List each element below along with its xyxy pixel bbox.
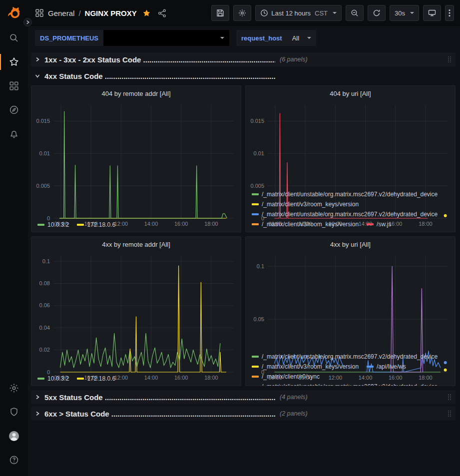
chart-svg: 08:0010:0012:0014:0016:0018:0000.020.040… [31,252,241,382]
bell-icon [9,129,19,139]
row-drag-handle[interactable] [448,410,452,417]
dashboard-title[interactable]: NGINX PROXY [85,9,137,17]
refresh-button[interactable] [368,5,386,21]
sidebar-item-dashboards[interactable] [0,74,28,98]
legend-item[interactable]: /_matrix/client/unstable/org.matrix.msc2… [252,382,438,386]
legend-item[interactable]: /_matrix/client/v3/room_keys/version [252,219,359,229]
shield-icon [9,407,19,417]
sidebar-item-search[interactable] [0,26,28,50]
kebab-icon [449,9,451,17]
refresh-interval-picker[interactable]: 30s [390,5,419,21]
breadcrumb-folder[interactable]: General [48,9,74,17]
legend: /_matrix/client/unstable/org.matrix.msc2… [246,351,455,386]
legend-label: /_matrix/client/v3/room_keys/version [262,219,359,229]
legend-label: 10.0.3.2 [47,220,69,230]
clock-icon [260,9,268,17]
row-title: 4xx Status Code ........................… [44,72,275,80]
legend-item[interactable]: /_matrix/client/v3/room_keys/version [252,362,359,372]
panel-title[interactable]: 404 by uri [All] [246,86,455,101]
panel-grid: 404 by remote addr [All] 08:0010:0012:00… [31,85,456,386]
legend-swatch [252,223,259,225]
kebab-menu-button[interactable] [445,5,454,21]
row-header-4xx[interactable]: 4xx Status Code ........................… [31,69,456,83]
svg-text:0.08: 0.08 [39,280,50,286]
refresh-interval-label: 30s [395,9,405,17]
svg-text:0.06: 0.06 [39,302,50,308]
favorite-star-button[interactable] [141,8,152,18]
legend-item[interactable]: /sw.js [367,219,391,229]
save-dashboard-button[interactable] [211,5,229,21]
svg-text:0.1: 0.1 [42,258,50,264]
legend-item[interactable]: 172.18.0.6 [77,220,115,230]
sidebar-item-configuration[interactable] [0,376,28,400]
legend-swatch [77,378,84,380]
sidebar-item-help[interactable] [0,448,28,472]
sidebar-item-profile[interactable] [0,424,28,448]
row-drag-handle[interactable] [448,56,452,63]
legend-item[interactable]: 10.0.3.2 [37,220,69,230]
request-host-select[interactable]: All [287,30,316,46]
refresh-icon [373,9,381,17]
legend: 10.0.3.2172.18.0.6 [31,373,241,386]
chevron-down-icon [333,12,337,14]
legend-item[interactable]: 172.18.0.6 [77,374,115,384]
legend-label: /_matrix/client/unstable/org.matrix.msc2… [262,209,438,219]
legend-item[interactable]: /api/live/ws [367,362,406,372]
datasource-select[interactable] [103,30,229,46]
legend-swatch [37,378,44,380]
row-header-6xx[interactable]: 6xx > Status Code ......................… [31,407,456,421]
sidebar-item-starred[interactable] [0,50,28,74]
avatar [8,431,19,442]
panel-title-text: 4xx by remote addr [All] [102,241,170,248]
time-range-label: Last 12 hours [271,9,311,17]
share-button[interactable] [156,8,168,18]
legend-item[interactable]: /_matrix/client/r0/sync [252,372,320,382]
row-header-1xx-3xx-2xx[interactable]: 1xx - 3xx - 2xx Status Code ............… [31,52,456,66]
sidebar-item-server-admin[interactable] [0,400,28,424]
sidebar [0,0,28,476]
legend-swatch [367,223,374,225]
dashboard-settings-button[interactable] [233,5,251,21]
panel-title[interactable]: 4xx by remote addr [All] [31,237,241,252]
svg-text:0.01: 0.01 [39,150,50,156]
chevron-down-icon [35,73,40,78]
legend-swatch [252,356,259,358]
row-title: 5xx Status Code ........................… [44,393,275,402]
chart-4xx-by-remote-addr[interactable]: 08:0010:0012:0014:0016:0018:0000.020.040… [31,252,241,373]
legend-item[interactable]: /_matrix/client/unstable/org.matrix.msc2… [252,189,438,199]
legend-item[interactable]: /_matrix/client/unstable/org.matrix.msc2… [252,209,438,219]
search-icon [9,33,19,43]
variable-label-request-host: request_host [236,30,287,46]
svg-text:0.015: 0.015 [250,118,264,124]
chevron-right-icon [25,20,30,24]
sidebar-item-explore[interactable] [0,98,28,122]
chevron-down-icon [220,37,224,39]
row-header-5xx[interactable]: 5xx Status Code ........................… [31,390,456,404]
legend-swatch [367,366,374,368]
zoom-out-button[interactable] [346,5,364,21]
breadcrumb-separator: / [78,9,80,17]
time-range-picker[interactable]: Last 12 hours CST [255,5,342,21]
dashboards-grid-icon [9,81,19,91]
legend-label: /sw.js [377,219,391,229]
chevron-down-icon [307,37,311,39]
chart-404-by-uri[interactable]: 08:0010:0012:0014:0016:0018:0000.0050.01… [246,101,455,188]
row-drag-handle[interactable] [448,394,452,401]
panel-title-text: 404 by remote addr [All] [101,90,170,97]
chart-404-by-remote-addr[interactable]: 08:0010:0012:0014:0016:0018:0000.0050.01… [31,101,241,219]
legend-item[interactable]: /_matrix/client/unstable/org.matrix.msc2… [252,352,438,362]
legend-label: /_matrix/client/v3/room_keys/version [262,199,359,209]
sidebar-item-alerting[interactable] [0,122,28,146]
drag-dots-icon [448,56,452,63]
sidebar-expand-button[interactable] [23,18,32,26]
legend-swatch [252,213,259,215]
panel-title[interactable]: 4xx by uri [All] [246,237,455,252]
cycle-view-mode-button[interactable] [423,5,441,21]
panel-title[interactable]: 404 by remote addr [All] [31,86,241,101]
svg-text:0.005: 0.005 [36,183,50,189]
legend-label: /_matrix/client/v3/room_keys/version [262,362,359,372]
legend-item[interactable]: 10.0.3.2 [37,374,69,384]
chart-4xx-by-uri[interactable]: 08:0010:0012:0014:0016:0018:0000.050.1 [246,252,455,351]
gear-icon [9,383,19,393]
legend-item[interactable]: /_matrix/client/v3/room_keys/version [252,199,359,209]
